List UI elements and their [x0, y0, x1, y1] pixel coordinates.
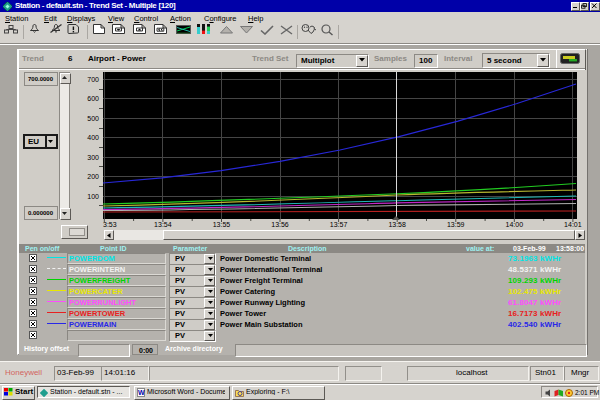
svg-text:W: W [138, 389, 145, 396]
